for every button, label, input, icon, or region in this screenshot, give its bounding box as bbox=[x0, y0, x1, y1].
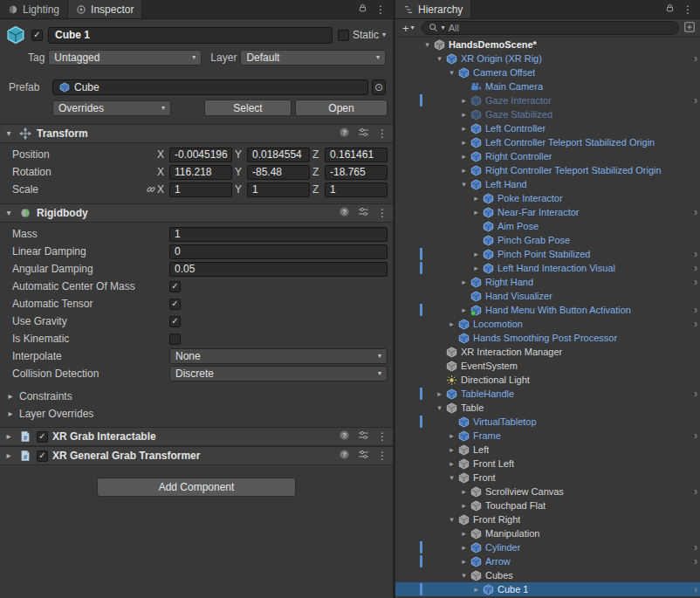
prefab-open-chevron[interactable]: › bbox=[694, 305, 697, 315]
hierarchy-row-directional-light[interactable]: Directional Light bbox=[395, 373, 700, 387]
presets-icon[interactable] bbox=[358, 127, 369, 141]
hierarchy-row-front-right[interactable]: ▾Front Right bbox=[395, 512, 700, 526]
hierarchy-row-gaze-interactor[interactable]: ▸Gaze Interactor› bbox=[395, 93, 700, 107]
prefab-open-chevron[interactable]: › bbox=[694, 207, 697, 217]
scale-y-field[interactable]: 1 bbox=[247, 182, 310, 197]
prefab-open-chevron[interactable]: › bbox=[694, 249, 697, 259]
scale-z-field[interactable]: 1 bbox=[325, 182, 388, 197]
scene-picker-icon[interactable] bbox=[683, 21, 696, 36]
hierarchy-row-right-controller-teleport-stabilized-origin[interactable]: ▸Right Controller Teleport Stabilized Or… bbox=[395, 163, 700, 177]
hierarchy-row-left-hand[interactable]: ▾Left Hand bbox=[395, 177, 700, 191]
foldout-closed-icon[interactable]: ▸ bbox=[3, 451, 14, 460]
presets-icon[interactable] bbox=[358, 206, 369, 220]
foldout-closed-icon[interactable]: ▸ bbox=[470, 265, 482, 272]
select-button[interactable]: Select bbox=[204, 100, 292, 116]
foldout-closed-icon[interactable]: ▸ bbox=[458, 139, 470, 147]
foldout-open-icon[interactable]: ▾ bbox=[446, 69, 457, 77]
hierarchy-row-left-hand-interaction-visual[interactable]: ▸Left Hand Interaction Visual› bbox=[395, 261, 700, 275]
hierarchy-row-left-controller-teleport-stabilized-origin[interactable]: ▸Left Controller Teleport Stabilized Ori… bbox=[395, 135, 700, 149]
foldout-open-icon[interactable]: ▾ bbox=[3, 209, 14, 217]
foldout-closed-icon[interactable]: ▸ bbox=[446, 320, 457, 328]
help-icon[interactable]: ? bbox=[339, 127, 350, 141]
is-kinematic-checkbox[interactable] bbox=[169, 333, 181, 345]
prefab-open-chevron[interactable]: › bbox=[694, 95, 697, 106]
foldout-closed-icon[interactable]: ▸ bbox=[458, 544, 470, 552]
component-enabled-checkbox[interactable]: ✓ bbox=[37, 431, 48, 443]
collision-detection-dropdown[interactable]: Discrete▾ bbox=[169, 366, 388, 381]
add-component-button[interactable]: Add Component bbox=[97, 478, 296, 497]
layer-overrides-foldout[interactable]: ▸ Layer Overrides bbox=[0, 405, 393, 423]
foldout-closed-icon[interactable]: ▸ bbox=[458, 530, 470, 538]
kebab-menu-icon[interactable]: ⋮ bbox=[377, 450, 388, 461]
foldout-closed-icon[interactable]: ▸ bbox=[470, 251, 482, 258]
hierarchy-row-manipulation[interactable]: ▸Manipulation bbox=[395, 526, 700, 540]
foldout-open-icon[interactable]: ▾ bbox=[434, 404, 445, 412]
kebab-menu-icon[interactable]: ⋮ bbox=[377, 208, 388, 218]
position-x-field[interactable]: -0.0045196 bbox=[169, 148, 232, 162]
hierarchy-row-xr-interaction-manager[interactable]: XR Interaction Manager bbox=[395, 345, 700, 359]
object-picker-button[interactable]: ⊙ bbox=[372, 79, 386, 95]
automatic-tensor-checkbox[interactable]: ✓ bbox=[169, 299, 181, 310]
position-z-field[interactable]: 0.161461 bbox=[325, 148, 388, 162]
foldout-closed-icon[interactable]: ▸ bbox=[458, 278, 470, 286]
help-icon[interactable]: ? bbox=[339, 206, 350, 220]
rigidbody-component-header[interactable]: ▾ Rigidbody ? ⋮ bbox=[0, 203, 393, 223]
hierarchy-row-pinch-grab-pose[interactable]: Pinch Grab Pose bbox=[395, 233, 700, 247]
foldout-closed-icon[interactable]: ▸ bbox=[458, 97, 470, 105]
tab-inspector[interactable]: Inspector bbox=[68, 0, 142, 18]
hierarchy-row-left[interactable]: ▸Left bbox=[395, 443, 700, 457]
hierarchy-row-touchpad-flat[interactable]: ▸Touchpad Flat bbox=[395, 498, 700, 512]
position-y-field[interactable]: 0.0184554 bbox=[247, 148, 310, 162]
lock-icon[interactable] bbox=[665, 3, 675, 16]
hierarchy-row-pinch-point-stabilized[interactable]: ▸Pinch Point Stabilized› bbox=[395, 247, 700, 261]
help-icon[interactable]: ? bbox=[339, 430, 350, 443]
tag-dropdown[interactable]: Untagged ▾ bbox=[48, 50, 202, 65]
foldout-closed-icon[interactable]: ▸ bbox=[458, 125, 470, 133]
foldout-open-icon[interactable]: ▾ bbox=[458, 572, 470, 580]
interpolate-dropdown[interactable]: None▾ bbox=[169, 348, 388, 364]
kebab-menu-icon[interactable]: ⋮ bbox=[683, 4, 693, 15]
hierarchy-row-camera-offset[interactable]: ▾Camera Offset bbox=[395, 65, 700, 79]
tab-hierarchy[interactable]: Hierarchy bbox=[395, 0, 471, 18]
foldout-open-icon[interactable]: ▾ bbox=[458, 181, 470, 189]
hierarchy-row-xr-origin-xr-rig[interactable]: ▾XR Origin (XR Rig)› bbox=[395, 52, 700, 65]
overrides-dropdown[interactable]: Overrides ▾ bbox=[52, 100, 171, 116]
foldout-closed-icon[interactable]: ▸ bbox=[458, 111, 470, 119]
foldout-closed-icon[interactable]: ▸ bbox=[470, 209, 482, 217]
hierarchy-row-front-left[interactable]: ▸Front Left bbox=[395, 457, 700, 471]
foldout-open-icon[interactable]: ▾ bbox=[3, 129, 14, 138]
foldout-closed-icon[interactable]: ▸ bbox=[434, 390, 445, 398]
xr-general-grab-transformer-header[interactable]: ▸ # ✓ XR General Grab Transformer ? ⋮ bbox=[0, 446, 393, 465]
search-filter-caret[interactable]: ▾ bbox=[442, 24, 445, 31]
open-button[interactable]: Open bbox=[295, 100, 388, 116]
foldout-closed-icon[interactable]: ▸ bbox=[470, 195, 482, 203]
kebab-menu-icon[interactable]: ⋮ bbox=[377, 128, 388, 139]
component-enabled-checkbox[interactable]: ✓ bbox=[37, 450, 48, 462]
lock-icon[interactable] bbox=[358, 3, 367, 16]
hierarchy-row-locomotion[interactable]: ▸Locomotion› bbox=[395, 317, 700, 331]
gameobject-name-field[interactable]: Cube 1 bbox=[48, 27, 333, 44]
kebab-menu-icon[interactable]: ⋮ bbox=[377, 431, 388, 442]
hierarchy-row-gaze-stabilized[interactable]: ▸Gaze Stabilized bbox=[395, 107, 700, 121]
prefab-open-chevron[interactable]: › bbox=[694, 584, 697, 595]
angular-damping-field[interactable]: 0.05 bbox=[169, 262, 388, 277]
hierarchy-row-arrow[interactable]: ▸Arrow› bbox=[395, 554, 700, 568]
linear-damping-field[interactable]: 0 bbox=[169, 244, 388, 259]
link-scale-icon[interactable] bbox=[145, 184, 157, 195]
hierarchy-search-field[interactable]: ▾ All bbox=[422, 21, 679, 35]
presets-icon[interactable] bbox=[358, 430, 369, 443]
prefab-open-chevron[interactable]: › bbox=[694, 319, 697, 329]
hierarchy-row-table[interactable]: ▾Table bbox=[395, 401, 700, 415]
hierarchy-row-eventsystem[interactable]: EventSystem bbox=[395, 359, 700, 373]
layer-dropdown[interactable]: Default ▾ bbox=[240, 50, 386, 65]
hierarchy-row-right-controller[interactable]: ▸Right Controller bbox=[395, 149, 700, 163]
rotation-x-field[interactable]: 116.218 bbox=[169, 165, 232, 180]
help-icon[interactable]: ? bbox=[339, 449, 350, 463]
prefab-open-chevron[interactable]: › bbox=[694, 263, 697, 273]
static-checkbox[interactable] bbox=[338, 30, 349, 41]
prefab-open-chevron[interactable]: › bbox=[694, 53, 697, 64]
hierarchy-row-cube-1[interactable]: ▸Cube 1› bbox=[395, 582, 700, 596]
foldout-closed-icon[interactable]: ▸ bbox=[458, 153, 470, 161]
foldout-open-icon[interactable]: ▾ bbox=[446, 516, 457, 524]
gameobject-active-checkbox[interactable]: ✓ bbox=[31, 30, 43, 41]
